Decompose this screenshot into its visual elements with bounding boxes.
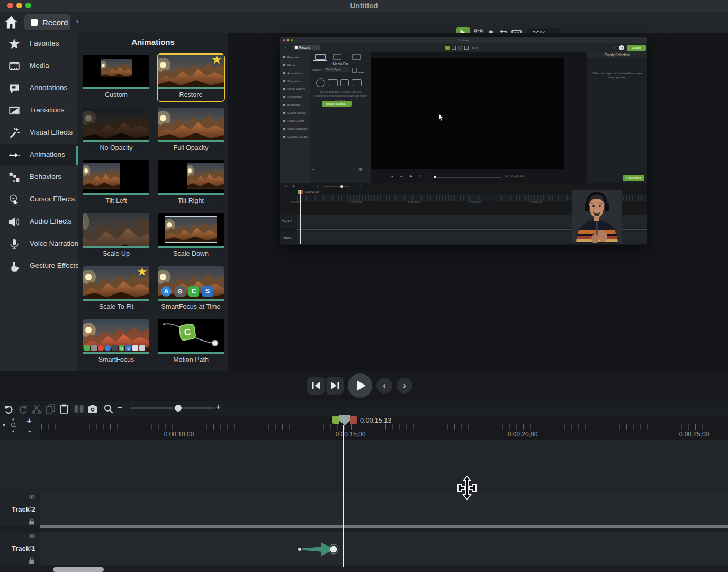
sidebar-item-voice-narration[interactable]: Voice Narration (0, 233, 78, 255)
animation-tile-restore[interactable]: ★ Restore (158, 55, 224, 101)
camtasia-window: Untitled Record › (0, 0, 728, 572)
timeline: − + ● + ⌄ 0:00:10;00 0:00:15;00 0:00:20;… (0, 401, 728, 572)
favorite-star-icon: ★ (136, 266, 148, 279)
redo-button[interactable] (18, 404, 28, 414)
sidebar-item-annotations[interactable]: Annotations (0, 77, 78, 100)
record-label: Record (42, 18, 68, 27)
zoom-out-button[interactable]: − (117, 402, 123, 413)
step-forward-icon (331, 382, 339, 389)
screenshot-button[interactable] (88, 404, 97, 414)
motion-path-graphic: C (158, 319, 224, 352)
editor-canvas[interactable]: Untitled ⌂ Record › 50% ↑ R Export Favor… (228, 33, 728, 371)
tile-thumbnail: C S (83, 319, 149, 352)
play-icon (357, 380, 366, 391)
play-button[interactable] (348, 373, 372, 398)
playhead-in-handle[interactable] (332, 416, 339, 424)
collapse-tracks-button[interactable]: ⌄ (26, 425, 33, 434)
mini-toolbar: ⌂ Record › 50% ↑ R Export (280, 43, 647, 52)
undo-button[interactable] (4, 404, 14, 414)
animation-tile-scale-to-fit[interactable]: ★ Scale To Fit (83, 266, 149, 312)
loop-icon[interactable] (29, 546, 35, 552)
sidebar-item-behaviors[interactable]: Behaviors (0, 166, 78, 189)
paste-button[interactable] (59, 404, 69, 414)
zoom-timeline-icon[interactable] (104, 404, 113, 414)
animation-tile-smartfocus-at-time[interactable]: A ⊙ C S SmartFocus at Time (158, 266, 224, 312)
dock-icons: C S (84, 345, 145, 351)
animation-tile-tilt-left[interactable]: Tilt Left (83, 160, 149, 207)
timeline-workspace[interactable] (0, 440, 728, 493)
tile-thumbnail: ★ (83, 266, 149, 299)
animation-tile-tilt-right[interactable]: Tilt Right (158, 160, 224, 207)
playhead-out-handle[interactable] (350, 416, 357, 424)
canvas-video-frame[interactable]: Untitled ⌂ Record › 50% ↑ R Export Favor… (280, 37, 647, 245)
animation-tile-no-opacity[interactable]: No Opacity (83, 108, 149, 154)
animation-tile-full-opacity[interactable]: Full Opacity (158, 108, 224, 154)
lock-icon[interactable] (29, 518, 35, 524)
microphone-icon (9, 239, 20, 249)
animation-tile-scale-down[interactable]: Scale Down (158, 213, 224, 260)
recorded-cursor-icon (438, 114, 444, 121)
app-icon (98, 345, 104, 351)
mini-properties-button: Properties (623, 175, 644, 181)
home-icon[interactable] (4, 15, 18, 29)
track-divider[interactable] (40, 525, 728, 528)
split-button[interactable] (74, 404, 84, 414)
gesture-hand-icon (9, 261, 20, 272)
track-record-dot-icon[interactable]: ● (3, 422, 5, 427)
behaviors-icon (9, 172, 20, 183)
sidebar-item-cursor-effects[interactable]: Cursor Effects (0, 189, 78, 211)
sidebar-item-favorites[interactable]: Favorites (0, 33, 78, 55)
sidebar-item-audio-effects[interactable]: Audio Effects (0, 211, 78, 233)
sidebar-item-transitions[interactable]: Transitions (0, 100, 78, 122)
camtasia-icon: C (119, 345, 124, 351)
sidebar-item-media[interactable]: Media (0, 55, 78, 77)
add-track-button[interactable]: + (26, 416, 32, 426)
timeline-horizontal-scrollbar[interactable] (53, 567, 104, 572)
animation-tile-scale-up[interactable]: Scale Up (83, 213, 149, 260)
track1-header[interactable]: Track 1 (0, 532, 40, 565)
chevron-right-icon[interactable]: › (76, 16, 79, 26)
timeline-zoom-handle[interactable] (175, 405, 182, 412)
previous-clip-button[interactable]: ‹ (376, 378, 392, 394)
sidebar-item-visual-effects[interactable]: Visual Effects (0, 122, 78, 144)
loop-icon[interactable] (29, 506, 35, 513)
tile-thumbnail (158, 160, 224, 193)
mini-track1-header: Track 1 (280, 231, 297, 244)
favorite-star-icon: ★ (211, 55, 222, 67)
track2-lane[interactable] (40, 493, 728, 526)
appstore-icon: A (161, 286, 172, 297)
tile-thumbnail (158, 108, 224, 140)
sidebar-item-animations[interactable]: Animations (0, 144, 78, 166)
mini-chart-icon (352, 79, 362, 86)
lock-icon[interactable] (29, 557, 35, 564)
folder-icon (132, 345, 138, 351)
track2-header[interactable]: Track 2 (0, 493, 40, 526)
zoom-in-button[interactable]: + (215, 402, 221, 413)
sidebar-item-gesture-effects[interactable]: Gesture Effects (0, 255, 78, 278)
next-clip-button[interactable]: › (397, 378, 412, 394)
mini-preview-canvas (371, 58, 564, 169)
copy-button[interactable] (46, 404, 55, 414)
timeline-zoom-slider[interactable] (130, 407, 215, 409)
eye-icon[interactable] (29, 534, 35, 540)
mini-export-button: Export (627, 45, 646, 51)
animation-tile-motion-path[interactable]: C Motion Path (158, 319, 224, 365)
animation-tile-custom[interactable]: Custom (83, 55, 149, 101)
mini-avatar: R (619, 45, 624, 50)
mini-stage: ◂ ▸ ▶ ‹ › 00;00;00;00 (371, 52, 587, 183)
main-toolbar: Record › 36% ▾ (0, 12, 728, 33)
snagit-icon: S (125, 345, 131, 351)
record-button[interactable]: Record (24, 14, 70, 30)
previous-frame-button[interactable] (307, 377, 325, 395)
tile-thumbnail (83, 160, 149, 193)
cut-button[interactable] (32, 404, 41, 414)
track1-lane[interactable] (40, 532, 728, 565)
tile-thumbnail (83, 213, 149, 246)
animation-tile-smartfocus[interactable]: C S SmartFocus (83, 319, 149, 365)
eye-icon[interactable] (29, 495, 35, 501)
next-frame-button[interactable] (326, 377, 344, 395)
quickzoom-icon[interactable] (10, 418, 16, 432)
animation-arrow-element[interactable] (292, 538, 341, 560)
title-bar: Untitled (0, 0, 728, 12)
playhead-line[interactable] (343, 425, 344, 567)
